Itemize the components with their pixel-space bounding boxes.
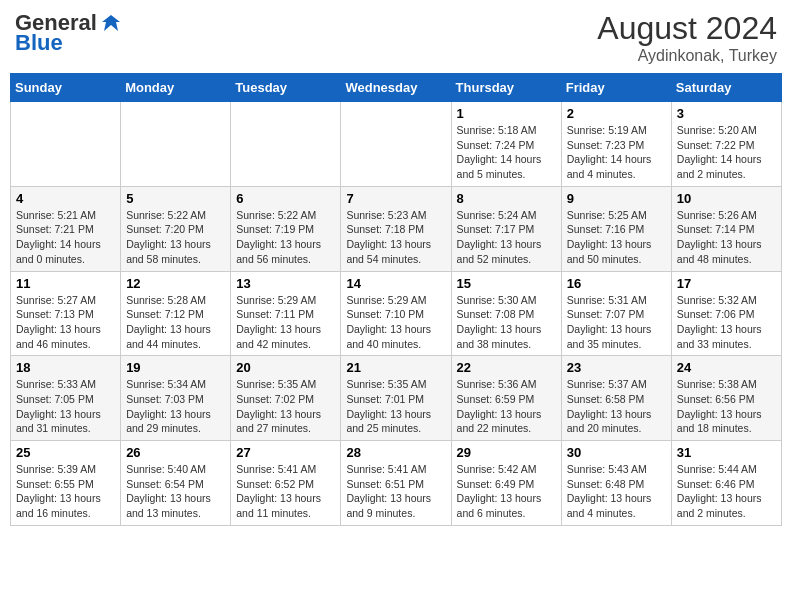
calendar-cell: 7Sunrise: 5:23 AM Sunset: 7:18 PM Daylig…: [341, 186, 451, 271]
calendar-cell: 19Sunrise: 5:34 AM Sunset: 7:03 PM Dayli…: [121, 356, 231, 441]
day-info: Sunrise: 5:27 AM Sunset: 7:13 PM Dayligh…: [16, 293, 115, 352]
column-header-friday: Friday: [561, 74, 671, 102]
day-number: 9: [567, 191, 666, 206]
day-number: 24: [677, 360, 776, 375]
logo-bird-icon: [100, 12, 122, 34]
day-info: Sunrise: 5:35 AM Sunset: 7:01 PM Dayligh…: [346, 377, 445, 436]
calendar-cell: [11, 102, 121, 187]
day-info: Sunrise: 5:18 AM Sunset: 7:24 PM Dayligh…: [457, 123, 556, 182]
day-number: 10: [677, 191, 776, 206]
calendar-cell: 31Sunrise: 5:44 AM Sunset: 6:46 PM Dayli…: [671, 441, 781, 526]
day-info: Sunrise: 5:40 AM Sunset: 6:54 PM Dayligh…: [126, 462, 225, 521]
day-number: 2: [567, 106, 666, 121]
calendar-cell: 8Sunrise: 5:24 AM Sunset: 7:17 PM Daylig…: [451, 186, 561, 271]
day-number: 29: [457, 445, 556, 460]
day-info: Sunrise: 5:30 AM Sunset: 7:08 PM Dayligh…: [457, 293, 556, 352]
day-number: 21: [346, 360, 445, 375]
calendar-cell: 5Sunrise: 5:22 AM Sunset: 7:20 PM Daylig…: [121, 186, 231, 271]
calendar-cell: 4Sunrise: 5:21 AM Sunset: 7:21 PM Daylig…: [11, 186, 121, 271]
day-info: Sunrise: 5:35 AM Sunset: 7:02 PM Dayligh…: [236, 377, 335, 436]
calendar-cell: 23Sunrise: 5:37 AM Sunset: 6:58 PM Dayli…: [561, 356, 671, 441]
calendar-cell: 16Sunrise: 5:31 AM Sunset: 7:07 PM Dayli…: [561, 271, 671, 356]
day-number: 28: [346, 445, 445, 460]
day-info: Sunrise: 5:38 AM Sunset: 6:56 PM Dayligh…: [677, 377, 776, 436]
day-number: 31: [677, 445, 776, 460]
day-info: Sunrise: 5:22 AM Sunset: 7:20 PM Dayligh…: [126, 208, 225, 267]
day-number: 19: [126, 360, 225, 375]
column-header-monday: Monday: [121, 74, 231, 102]
calendar-cell: [121, 102, 231, 187]
day-info: Sunrise: 5:41 AM Sunset: 6:51 PM Dayligh…: [346, 462, 445, 521]
calendar-table: SundayMondayTuesdayWednesdayThursdayFrid…: [10, 73, 782, 526]
calendar-cell: 14Sunrise: 5:29 AM Sunset: 7:10 PM Dayli…: [341, 271, 451, 356]
day-number: 27: [236, 445, 335, 460]
day-number: 23: [567, 360, 666, 375]
calendar-cell: 13Sunrise: 5:29 AM Sunset: 7:11 PM Dayli…: [231, 271, 341, 356]
day-number: 16: [567, 276, 666, 291]
calendar-cell: [231, 102, 341, 187]
day-info: Sunrise: 5:41 AM Sunset: 6:52 PM Dayligh…: [236, 462, 335, 521]
calendar-header-row: SundayMondayTuesdayWednesdayThursdayFrid…: [11, 74, 782, 102]
day-info: Sunrise: 5:34 AM Sunset: 7:03 PM Dayligh…: [126, 377, 225, 436]
day-number: 18: [16, 360, 115, 375]
day-info: Sunrise: 5:33 AM Sunset: 7:05 PM Dayligh…: [16, 377, 115, 436]
day-info: Sunrise: 5:36 AM Sunset: 6:59 PM Dayligh…: [457, 377, 556, 436]
column-header-tuesday: Tuesday: [231, 74, 341, 102]
day-info: Sunrise: 5:43 AM Sunset: 6:48 PM Dayligh…: [567, 462, 666, 521]
column-header-wednesday: Wednesday: [341, 74, 451, 102]
svg-marker-0: [102, 15, 120, 31]
calendar-cell: 27Sunrise: 5:41 AM Sunset: 6:52 PM Dayli…: [231, 441, 341, 526]
calendar-cell: 21Sunrise: 5:35 AM Sunset: 7:01 PM Dayli…: [341, 356, 451, 441]
day-number: 7: [346, 191, 445, 206]
day-number: 4: [16, 191, 115, 206]
calendar-cell: 15Sunrise: 5:30 AM Sunset: 7:08 PM Dayli…: [451, 271, 561, 356]
day-number: 22: [457, 360, 556, 375]
column-header-saturday: Saturday: [671, 74, 781, 102]
day-number: 15: [457, 276, 556, 291]
calendar-cell: 9Sunrise: 5:25 AM Sunset: 7:16 PM Daylig…: [561, 186, 671, 271]
calendar-week-row: 18Sunrise: 5:33 AM Sunset: 7:05 PM Dayli…: [11, 356, 782, 441]
day-number: 8: [457, 191, 556, 206]
day-info: Sunrise: 5:29 AM Sunset: 7:11 PM Dayligh…: [236, 293, 335, 352]
location-subtitle: Aydinkonak, Turkey: [597, 47, 777, 65]
calendar-cell: 3Sunrise: 5:20 AM Sunset: 7:22 PM Daylig…: [671, 102, 781, 187]
calendar-cell: 26Sunrise: 5:40 AM Sunset: 6:54 PM Dayli…: [121, 441, 231, 526]
title-area: August 2024 Aydinkonak, Turkey: [597, 10, 777, 65]
day-number: 1: [457, 106, 556, 121]
page-header: General Blue August 2024 Aydinkonak, Tur…: [10, 10, 782, 65]
calendar-cell: 17Sunrise: 5:32 AM Sunset: 7:06 PM Dayli…: [671, 271, 781, 356]
calendar-cell: [341, 102, 451, 187]
calendar-cell: 11Sunrise: 5:27 AM Sunset: 7:13 PM Dayli…: [11, 271, 121, 356]
calendar-week-row: 1Sunrise: 5:18 AM Sunset: 7:24 PM Daylig…: [11, 102, 782, 187]
calendar-cell: 18Sunrise: 5:33 AM Sunset: 7:05 PM Dayli…: [11, 356, 121, 441]
day-number: 6: [236, 191, 335, 206]
day-info: Sunrise: 5:28 AM Sunset: 7:12 PM Dayligh…: [126, 293, 225, 352]
calendar-cell: 25Sunrise: 5:39 AM Sunset: 6:55 PM Dayli…: [11, 441, 121, 526]
day-number: 26: [126, 445, 225, 460]
calendar-cell: 29Sunrise: 5:42 AM Sunset: 6:49 PM Dayli…: [451, 441, 561, 526]
calendar-cell: 22Sunrise: 5:36 AM Sunset: 6:59 PM Dayli…: [451, 356, 561, 441]
calendar-week-row: 4Sunrise: 5:21 AM Sunset: 7:21 PM Daylig…: [11, 186, 782, 271]
day-info: Sunrise: 5:20 AM Sunset: 7:22 PM Dayligh…: [677, 123, 776, 182]
calendar-cell: 24Sunrise: 5:38 AM Sunset: 6:56 PM Dayli…: [671, 356, 781, 441]
day-info: Sunrise: 5:39 AM Sunset: 6:55 PM Dayligh…: [16, 462, 115, 521]
logo: General Blue: [15, 10, 122, 56]
day-info: Sunrise: 5:31 AM Sunset: 7:07 PM Dayligh…: [567, 293, 666, 352]
day-info: Sunrise: 5:25 AM Sunset: 7:16 PM Dayligh…: [567, 208, 666, 267]
calendar-cell: 1Sunrise: 5:18 AM Sunset: 7:24 PM Daylig…: [451, 102, 561, 187]
day-info: Sunrise: 5:32 AM Sunset: 7:06 PM Dayligh…: [677, 293, 776, 352]
column-header-sunday: Sunday: [11, 74, 121, 102]
day-info: Sunrise: 5:42 AM Sunset: 6:49 PM Dayligh…: [457, 462, 556, 521]
calendar-cell: 30Sunrise: 5:43 AM Sunset: 6:48 PM Dayli…: [561, 441, 671, 526]
day-info: Sunrise: 5:21 AM Sunset: 7:21 PM Dayligh…: [16, 208, 115, 267]
day-number: 14: [346, 276, 445, 291]
day-number: 5: [126, 191, 225, 206]
day-info: Sunrise: 5:23 AM Sunset: 7:18 PM Dayligh…: [346, 208, 445, 267]
day-number: 20: [236, 360, 335, 375]
day-info: Sunrise: 5:44 AM Sunset: 6:46 PM Dayligh…: [677, 462, 776, 521]
day-info: Sunrise: 5:26 AM Sunset: 7:14 PM Dayligh…: [677, 208, 776, 267]
calendar-cell: 10Sunrise: 5:26 AM Sunset: 7:14 PM Dayli…: [671, 186, 781, 271]
month-year-title: August 2024: [597, 10, 777, 47]
day-info: Sunrise: 5:29 AM Sunset: 7:10 PM Dayligh…: [346, 293, 445, 352]
calendar-cell: 6Sunrise: 5:22 AM Sunset: 7:19 PM Daylig…: [231, 186, 341, 271]
